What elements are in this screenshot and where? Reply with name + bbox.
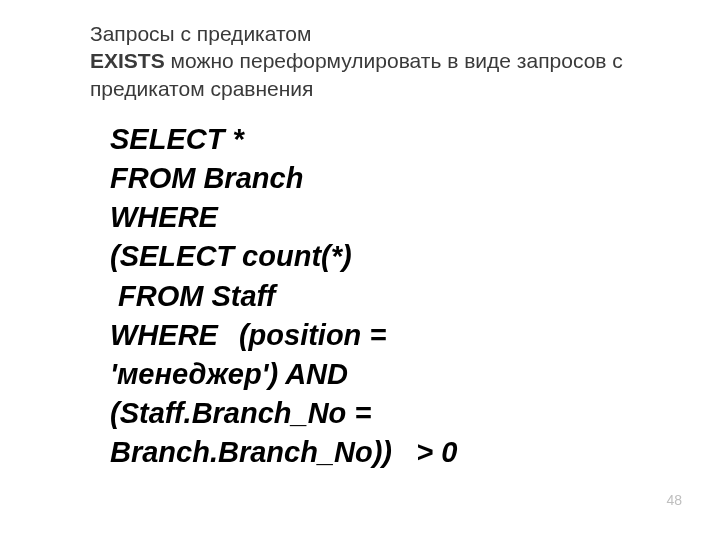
code-line-2: FROM Branch <box>110 162 303 194</box>
code-line-5: FROM Staff <box>110 280 275 312</box>
code-line-3: WHERE <box>110 201 218 233</box>
header-line2-rest: можно переформулировать в виде запросов … <box>90 49 623 99</box>
header-line1: Запросы с предикатом <box>90 22 311 45</box>
slide-header: Запросы с предикатом EXISTS можно перефо… <box>90 20 640 102</box>
slide: Запросы с предикатом EXISTS можно перефо… <box>0 0 720 540</box>
header-exists-keyword: EXISTS <box>90 49 165 72</box>
code-line-1: SELECT * <box>110 123 244 155</box>
code-line-4: (SELECT count(*) <box>110 240 352 272</box>
page-number: 48 <box>666 492 682 508</box>
code-line-7: (Staff.Branch_No = Branch.Branch_No)) > … <box>110 397 457 468</box>
code-line-6: WHERE (position = 'менеджер') AND <box>110 319 394 390</box>
sql-code-block: SELECT * FROM Branch WHERE (SELECT count… <box>110 120 510 472</box>
